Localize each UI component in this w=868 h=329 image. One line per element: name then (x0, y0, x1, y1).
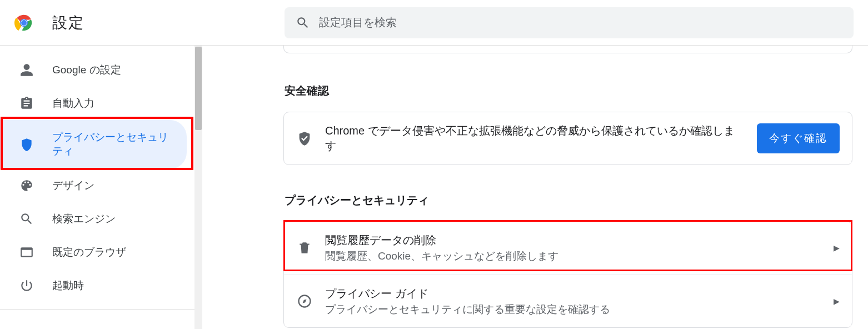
chrome-logo-icon (14, 13, 33, 32)
page-title: 設定 (52, 13, 84, 33)
power-icon (19, 278, 34, 293)
sidebar-item-privacy[interactable]: プライバシーとセキュリティ (0, 120, 187, 169)
svg-point-2 (21, 20, 27, 26)
section-heading-safety: 安全確認 (285, 83, 852, 98)
search-icon (296, 16, 310, 30)
sidebar-item-search-engine[interactable]: 検索エンジン (0, 202, 187, 236)
sidebar-item-google[interactable]: Google の設定 (0, 53, 187, 87)
safety-check-card: Chrome でデータ侵害や不正な拡張機能などの脅威から保護されているか確認しま… (283, 112, 852, 165)
search-input[interactable] (319, 16, 842, 29)
search-container (285, 7, 854, 38)
sidebar-item-design[interactable]: デザイン (0, 169, 187, 202)
row-title: 閲覧履歴データの削除 (325, 232, 821, 248)
sidebar-item-autofill[interactable]: 自動入力 (0, 87, 187, 120)
row-subtitle: 閲覧履歴、Cookie、キャッシュなどを削除します (325, 248, 821, 265)
person-icon (19, 62, 34, 78)
main-content: 安全確認 Chrome でデータ侵害や不正な拡張機能などの脅威から保護されている… (194, 46, 868, 329)
row-subtitle: プライバシーとセキュリティに関する重要な設定を確認する (325, 302, 821, 318)
sidebar-separator (0, 309, 194, 310)
sidebar-item-default-browser[interactable]: 既定のブラウザ (0, 236, 187, 269)
sidebar-item-label: デザイン (52, 179, 94, 193)
safety-check-text: Chrome でデータ侵害や不正な拡張機能などの脅威から保護されているか確認しま… (325, 123, 745, 153)
magnifier-icon (19, 211, 34, 227)
row-title: プライバシー ガイド (325, 285, 821, 302)
verified-shield-icon (296, 130, 313, 147)
row-body: 閲覧履歴データの削除 閲覧履歴、Cookie、キャッシュなどを削除します (325, 232, 821, 265)
row-clear-browsing-data[interactable]: 閲覧履歴データの削除 閲覧履歴、Cookie、キャッシュなどを削除します ▶ (284, 222, 852, 275)
sidebar: Google の設定 自動入力 プライバシーとセキュリティ デザイン 検索エンジ (0, 46, 194, 329)
row-privacy-guide[interactable]: プライバシー ガイド プライバシーとセキュリティに関する重要な設定を確認する ▶ (284, 275, 852, 328)
chevron-right-icon: ▶ (834, 243, 840, 252)
previous-card-bottom (283, 46, 852, 53)
safety-check-button[interactable]: 今すぐ確認 (757, 123, 840, 153)
sidebar-item-label: 起動時 (52, 279, 84, 293)
row-body: プライバシー ガイド プライバシーとセキュリティに関する重要な設定を確認する (325, 285, 821, 318)
browser-icon (19, 245, 34, 260)
compass-icon (296, 293, 313, 310)
topbar: 設定 (0, 0, 868, 46)
sidebar-item-startup[interactable]: 起動時 (0, 269, 187, 302)
clipboard-icon (19, 96, 34, 111)
search-box[interactable] (285, 7, 854, 38)
chevron-right-icon: ▶ (834, 297, 840, 306)
palette-icon (19, 178, 34, 193)
trash-icon (296, 240, 313, 256)
sidebar-item-label: 既定のブラウザ (52, 246, 126, 260)
sidebar-item-label: Google の設定 (52, 63, 121, 77)
sidebar-item-label: プライバシーとセキュリティ (52, 131, 173, 158)
sidebar-item-label: 自動入力 (52, 97, 94, 111)
section-heading-privacy: プライバシーとセキュリティ (285, 193, 852, 208)
shield-icon (19, 137, 34, 152)
sidebar-item-label: 検索エンジン (52, 212, 116, 226)
privacy-card: 閲覧履歴データの削除 閲覧履歴、Cookie、キャッシュなどを削除します ▶ プ… (283, 221, 852, 328)
